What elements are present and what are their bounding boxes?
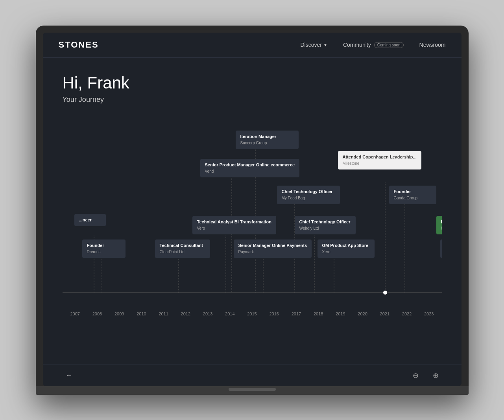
year-2018: 2018: [314, 311, 323, 316]
card-gm-product[interactable]: GM Product App Store Xero: [318, 239, 375, 258]
discover-label: Discover: [301, 42, 322, 48]
card-technical-analyst[interactable]: Technical Analyst BI Transformation Vero: [192, 216, 277, 234]
nav-community[interactable]: Community Coming soon: [343, 42, 404, 48]
year-2019: 2019: [336, 311, 345, 316]
year-2011: 2011: [159, 311, 168, 316]
year-2013: 2013: [203, 311, 212, 316]
back-button[interactable]: ←: [63, 370, 76, 381]
zoom-out-button[interactable]: ⊖: [410, 370, 422, 381]
card-senior-manager-payments[interactable]: Senior Manager Online Payments Paymark: [234, 239, 312, 258]
journey-title: Your Journey: [63, 96, 442, 104]
card-cto-health[interactable]: CTO Healthn...: [440, 239, 442, 258]
year-2010: 2010: [137, 311, 146, 316]
year-2008: 2008: [92, 311, 102, 316]
card-milestone-copenhagen[interactable]: Attended Copenhagen Leadership... Milest…: [338, 151, 421, 169]
card-founder-ganda[interactable]: Founder Ganda Group: [389, 186, 436, 204]
year-2020: 2020: [358, 311, 367, 316]
greeting: Hi, Frank: [63, 74, 442, 92]
zoom-in-button[interactable]: ⊕: [430, 370, 442, 381]
year-2021: 2021: [380, 311, 390, 316]
zoom-controls: ⊖ ⊕: [410, 370, 442, 381]
card-engineer[interactable]: ...neer: [74, 214, 106, 226]
navigation: STONES Discover ▼ Community Coming soon …: [43, 33, 462, 58]
logo-text: STONES: [59, 40, 99, 50]
year-2012: 2012: [181, 311, 190, 316]
card-cto-weirdly[interactable]: Chief Technology Officer Weirdly Ltd: [295, 216, 356, 234]
nav-newsroom[interactable]: Newsroom: [419, 42, 446, 48]
laptop-base: [36, 386, 469, 395]
laptop-screen: STONES Discover ▼ Community Coming soon …: [43, 33, 462, 386]
year-2016: 2016: [269, 311, 279, 316]
year-2014: 2014: [225, 311, 234, 316]
chevron-down-icon: ▼: [323, 43, 327, 47]
card-cto-food-bag[interactable]: Chief Technology Officer My Food Bag: [277, 186, 340, 204]
year-2017: 2017: [292, 311, 301, 316]
timeline-container[interactable]: 2007 2008 2009 2010 2011 2012 2013 2014 …: [63, 120, 442, 324]
logo[interactable]: STONES: [59, 40, 99, 50]
year-2022: 2022: [402, 311, 412, 316]
year-2007: 2007: [70, 311, 80, 316]
year-2009: 2009: [114, 311, 124, 316]
nav-discover[interactable]: Discover ▼: [301, 42, 327, 48]
community-label: Community: [343, 42, 371, 48]
card-founder-dremus[interactable]: Founder Dremus: [82, 239, 126, 258]
card-iteration-manager[interactable]: Iteration Manager Suncorp Group: [236, 131, 299, 149]
nav-links: Discover ▼ Community Coming soon Newsroo…: [301, 42, 446, 48]
laptop-frame: STONES Discover ▼ Community Coming soon …: [36, 26, 469, 395]
card-technical-consultant[interactable]: Technical Consultant ClearPoint Ltd: [155, 239, 210, 258]
svg-point-15: [383, 291, 387, 295]
main-content: Hi, Frank Your Journey: [43, 58, 462, 365]
card-senior-product-manager[interactable]: Senior Product Manager Online ecommerce …: [200, 159, 300, 177]
bottom-controls: ← ⊖ ⊕: [43, 365, 462, 386]
year-labels: 2007 2008 2009 2010 2011 2012 2013 2014 …: [63, 311, 442, 316]
year-2015: 2015: [247, 311, 257, 316]
newsroom-label: Newsroom: [419, 42, 446, 48]
coming-soon-badge: Coming soon: [374, 42, 404, 48]
card-improve-goal[interactable]: Improve m... Goal: [436, 216, 442, 234]
year-2023: 2023: [424, 311, 434, 316]
